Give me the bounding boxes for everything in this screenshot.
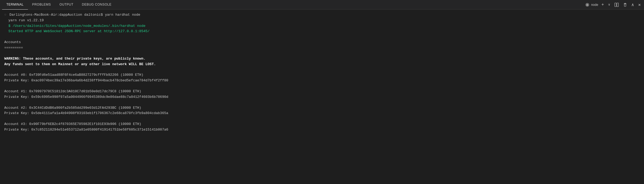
node-label: n node xyxy=(585,3,598,7)
terminal-container: TERMINAL PROBLEMS OUTPUT DEBUG CONSOLE n… xyxy=(0,0,644,184)
warning-line-2: Any funds sent to them on Mainnet or any… xyxy=(4,62,640,67)
account-3-line: Account #3: 0x90F79bf6EB2c4f870365E78598… xyxy=(4,122,640,127)
server-started-text: Started HTTP and WebSocket JSON-RPC serv… xyxy=(4,29,150,34)
yarn-run-line: yarn run v1.22.19 xyxy=(4,18,640,23)
privkey-0-text: Private Key: 0xac0974bec39a17e36ba4a6b4d… xyxy=(4,78,168,83)
blank-6 xyxy=(4,116,640,122)
node-text: node xyxy=(591,3,598,7)
account-0-text: Account #0: 0xf39Fd6e51aad88F6F4ce6aB882… xyxy=(4,72,143,78)
prompt-host: Darlingtons-MacBook-Air:dappAuction dalt… xyxy=(7,12,103,18)
account-3-text: Account #3: 0x90F79bf6EB2c4f870365E78598… xyxy=(4,122,141,127)
svg-text:n: n xyxy=(587,3,588,6)
tab-bar-left: TERMINAL PROBLEMS OUTPUT DEBUG CONSOLE xyxy=(2,0,116,10)
command-line: ○ Darlingtons-MacBook-Air:dappAuction da… xyxy=(4,12,640,18)
svg-rect-2 xyxy=(615,3,616,7)
split-terminal-button[interactable] xyxy=(613,2,620,8)
terminal-content[interactable]: ○ Darlingtons-MacBook-Air:dappAuction da… xyxy=(0,10,644,184)
blank-3 xyxy=(4,67,640,72)
hardhat-path-line: $ /Users/daltonic/Sites/dappAuction/node… xyxy=(4,23,640,29)
yarn-run-text: yarn run v1.22.19 xyxy=(4,18,44,23)
blank-1 xyxy=(4,34,640,40)
tab-output[interactable]: OUTPUT xyxy=(55,0,77,10)
add-terminal-button[interactable]: + xyxy=(600,1,605,8)
server-started-line: Started HTTP and WebSocket JSON-RPC serv… xyxy=(4,29,640,34)
close-icon[interactable]: ✕ xyxy=(637,1,642,9)
warning-text-2: Any funds sent to them on Mainnet or any… xyxy=(4,62,156,67)
privkey-2-text: Private Key: 0x5de4111afa1a4b94908f83103… xyxy=(4,111,168,116)
privkey-2-line: Private Key: 0x5de4111afa1a4b94908f83103… xyxy=(4,111,640,116)
warning-text-1: WARNING: These accounts, and their priva… xyxy=(4,56,146,62)
chevron-up-icon[interactable]: ∧ xyxy=(630,1,635,9)
account-2-line: Account #2: 0x3C44CdDdB6a900fa2b585dd299… xyxy=(4,105,640,111)
blank-4 xyxy=(4,83,640,89)
privkey-3-line: Private Key: 0x7c852118294e51e653712a81e… xyxy=(4,127,640,133)
privkey-3-text: Private Key: 0x7c852118294e51e653712a81e… xyxy=(4,127,168,133)
privkey-0-line: Private Key: 0xac0974bec39a17e36ba4a6b4d… xyxy=(4,78,640,83)
prompt-circle: ○ xyxy=(4,12,6,18)
tab-terminal[interactable]: TERMINAL xyxy=(2,0,28,10)
blank-2 xyxy=(4,51,640,56)
accounts-header-line: Accounts xyxy=(4,40,640,45)
trash-icon[interactable] xyxy=(622,2,628,8)
warning-line-1: WARNING: These accounts, and their priva… xyxy=(4,56,640,62)
account-1-line: Account #1: 0x70997970C51812dc3A010C7d01… xyxy=(4,89,640,94)
hardhat-path-text: $ /Users/daltonic/Sites/dappAuction/node… xyxy=(4,23,146,29)
accounts-header-text: Accounts xyxy=(4,40,21,45)
tab-problems[interactable]: PROBLEMS xyxy=(28,0,55,10)
accounts-divider-line: ========= xyxy=(4,45,640,51)
privkey-1-line: Private Key: 0x59c6995e998f97a5a0044966f… xyxy=(4,94,640,100)
tab-bar: TERMINAL PROBLEMS OUTPUT DEBUG CONSOLE n… xyxy=(0,0,644,10)
node-icon: n xyxy=(585,3,589,7)
command-text: yarn hardhat node xyxy=(103,12,140,18)
blank-5 xyxy=(4,100,640,105)
privkey-1-text: Private Key: 0x59c6995e998f97a5a0044966f… xyxy=(4,94,168,100)
tab-debug-console[interactable]: DEBUG CONSOLE xyxy=(78,0,116,10)
svg-rect-3 xyxy=(617,3,618,7)
tab-bar-right: n node + ∨ ∧ xyxy=(585,1,642,9)
account-2-text: Account #2: 0x3C44CdDdB6a900fa2b585dd299… xyxy=(4,105,141,111)
account-1-text: Account #1: 0x70997970C51812dc3A010C7d01… xyxy=(4,89,141,94)
chevron-down-icon[interactable]: ∨ xyxy=(607,2,611,8)
accounts-divider-text: ========= xyxy=(4,45,23,51)
account-0-line: Account #0: 0xf39Fd6e51aad88F6F4ce6aB882… xyxy=(4,72,640,78)
svg-rect-4 xyxy=(624,4,626,6)
